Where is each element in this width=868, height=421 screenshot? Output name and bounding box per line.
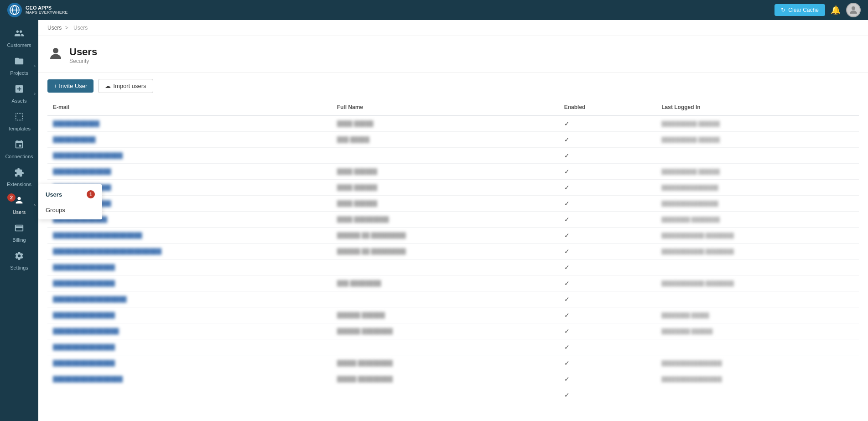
users-icon: [14, 195, 24, 208]
table-row[interactable]: ██████████████ █████✓██████████ ██████: [47, 132, 859, 148]
table-header: E-mail Full Name Enabled Last Logged In: [47, 99, 859, 115]
sidebar-item-label: Users: [13, 209, 26, 215]
cloud-icon: ☁: [105, 83, 111, 89]
table-body: ████████████████ █████✓██████████ ██████…: [47, 115, 859, 403]
notifications-bell[interactable]: 🔔: [831, 5, 841, 15]
page-subtitle: Security: [69, 58, 97, 64]
page-title: Users: [69, 46, 97, 58]
chevron-icon: ›: [34, 91, 36, 96]
page-header-text: Users Security: [69, 46, 97, 64]
table-row[interactable]: ██████████████████ █████████✓████████ ██…: [47, 212, 859, 228]
sidebar-item-templates[interactable]: Templates: [0, 107, 38, 135]
table-row[interactable]: ██████████████████✓: [47, 148, 859, 164]
table-row[interactable]: █████████████████████████████ ██ ███████…: [47, 228, 859, 244]
col-email-header: E-mail: [47, 99, 332, 115]
logo-text: GEO APPS MAPS EVERYWHERE: [26, 5, 68, 15]
sidebar: Customers Projects › Assets › Templates: [0, 20, 38, 421]
table-row[interactable]: ██████████████████████ ██████✓████████ █…: [47, 307, 859, 323]
col-enabled-header: Enabled: [559, 99, 656, 115]
svg-point-3: [852, 6, 855, 10]
users-table: E-mail Full Name Enabled Last Logged In …: [47, 99, 859, 403]
sidebar-item-connections[interactable]: Connections: [0, 135, 38, 163]
submenu-item-users[interactable]: Users 1: [38, 186, 102, 203]
sidebar-item-label: Extensions: [7, 182, 31, 187]
table-row[interactable]: ███████████████████✓: [47, 291, 859, 307]
table-row[interactable]: ████████████████✓: [47, 339, 859, 355]
sidebar-item-label: Settings: [10, 265, 28, 270]
connections-icon: [14, 140, 24, 152]
page-header: Users Security: [38, 36, 868, 73]
breadcrumb: Users > Users: [38, 20, 868, 36]
main-layout: Customers Projects › Assets › Templates: [0, 20, 868, 421]
table-row[interactable]: ██████████████████████████████████ ██ ██…: [47, 244, 859, 260]
page-header-icon: [47, 45, 64, 65]
import-users-button[interactable]: ☁ Import users: [98, 79, 153, 93]
sidebar-item-label: Projects: [10, 70, 28, 76]
table-row[interactable]: ✓: [47, 387, 859, 403]
breadcrumb-separator: >: [65, 25, 70, 31]
sidebar-item-customers[interactable]: Customers: [0, 24, 38, 52]
sidebar-item-label: Connections: [5, 154, 33, 159]
users-badge: 1: [87, 190, 95, 198]
users-submenu: Users 1 Groups: [38, 184, 102, 219]
settings-icon: [14, 251, 24, 263]
users-table-container: E-mail Full Name Enabled Last Logged In …: [38, 99, 868, 412]
users-notification-badge: 2: [7, 193, 16, 202]
refresh-icon: ↻: [781, 7, 785, 13]
topbar: GEO APPS MAPS EVERYWHERE ↻ Clear Cache 🔔: [0, 0, 868, 20]
sidebar-item-projects[interactable]: Projects ›: [0, 52, 38, 79]
projects-icon: [14, 56, 24, 68]
sidebar-item-users[interactable]: Users ›: [0, 191, 38, 218]
table-row[interactable]: ███████████████████ ████████✓███████████…: [47, 275, 859, 291]
sidebar-item-label: Assets: [11, 98, 26, 104]
col-name-header: Full Name: [332, 99, 559, 115]
sidebar-item-label: Customers: [7, 42, 31, 48]
user-avatar[interactable]: [846, 3, 861, 17]
invite-user-button[interactable]: + Invite User: [47, 79, 94, 93]
breadcrumb-current: Users: [73, 25, 88, 31]
clear-cache-button[interactable]: ↻ Clear Cache: [774, 4, 825, 16]
extensions-icon: [14, 167, 24, 180]
main-content: Users > Users Users Security + Invite Us…: [38, 20, 868, 421]
sidebar-item-label: Templates: [8, 126, 31, 131]
table-row[interactable]: █████████████████████ █████████✓████████…: [47, 355, 859, 371]
customers-icon: [14, 28, 24, 41]
svg-point-4: [53, 48, 58, 53]
billing-icon: [14, 223, 24, 235]
sidebar-item-settings[interactable]: Settings: [0, 246, 38, 274]
assets-icon: [14, 84, 24, 96]
table-row[interactable]: ████████████████✓: [47, 260, 859, 275]
table-row[interactable]: ███████████████████ ██████✓█████████████…: [47, 180, 859, 196]
table-row[interactable]: ███████████████████████ ████████✓███████…: [47, 323, 859, 339]
logo-icon: [7, 3, 22, 17]
chevron-icon: ›: [34, 202, 36, 207]
submenu-item-groups[interactable]: Groups: [38, 203, 102, 218]
table-row[interactable]: ████████████████ █████✓██████████ ██████: [47, 115, 859, 132]
sidebar-item-billing[interactable]: Billing: [0, 218, 38, 246]
breadcrumb-users-link[interactable]: Users: [47, 25, 62, 31]
sidebar-item-assets[interactable]: Assets ›: [0, 79, 38, 107]
topbar-right: ↻ Clear Cache 🔔: [774, 3, 861, 17]
sidebar-item-label: Billing: [12, 237, 26, 243]
table-row[interactable]: ███████████████████ ██████✓██████████ ██…: [47, 164, 859, 180]
app-logo: GEO APPS MAPS EVERYWHERE: [7, 3, 68, 17]
templates-icon: [14, 112, 24, 124]
action-bar: + Invite User ☁ Import users: [38, 73, 868, 99]
chevron-icon: ›: [34, 63, 36, 68]
col-last-header: Last Logged In: [656, 99, 859, 115]
sidebar-item-extensions[interactable]: Extensions: [0, 163, 38, 191]
table-row[interactable]: ███████████████████████ █████████✓██████…: [47, 371, 859, 387]
table-row[interactable]: ███████████████████ ██████✓█████████████…: [47, 196, 859, 212]
